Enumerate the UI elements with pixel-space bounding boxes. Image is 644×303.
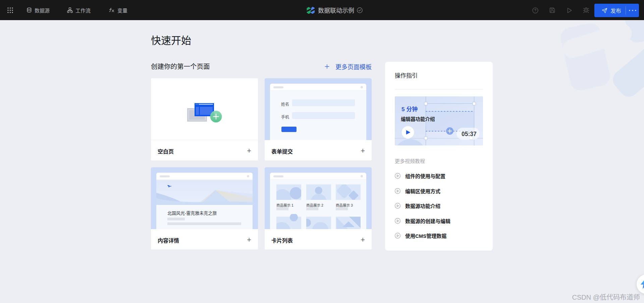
svg-text:编辑器功能介绍: 编辑器功能介绍 (401, 116, 435, 122)
svg-text:5 分钟: 5 分钟 (401, 106, 418, 113)
svg-text:05:37: 05:37 (462, 131, 477, 137)
